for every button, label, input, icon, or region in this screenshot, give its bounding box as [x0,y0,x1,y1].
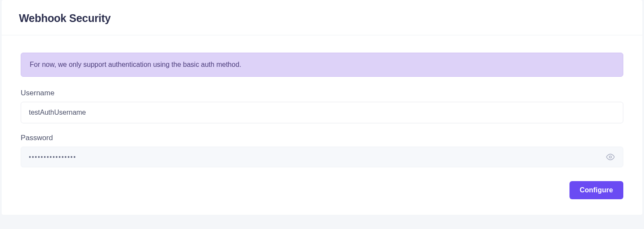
webhook-security-card: Webhook Security For now, we only suppor… [2,0,642,215]
configure-button[interactable]: Configure [569,181,623,199]
card-body: For now, we only support authentication … [2,35,642,215]
svg-point-0 [610,156,612,158]
password-group: Password [21,134,623,167]
page-title: Webhook Security [19,12,625,25]
password-label: Password [21,134,623,142]
card-header: Webhook Security [2,0,642,35]
info-banner: For now, we only support authentication … [21,53,623,77]
eye-icon [606,153,615,161]
username-group: Username [21,89,623,123]
card-footer: Configure [21,178,623,199]
password-input[interactable] [21,147,623,167]
username-label: Username [21,89,623,97]
username-input[interactable] [21,102,623,123]
toggle-password-visibility-button[interactable] [604,151,616,163]
password-input-wrapper [21,147,623,167]
